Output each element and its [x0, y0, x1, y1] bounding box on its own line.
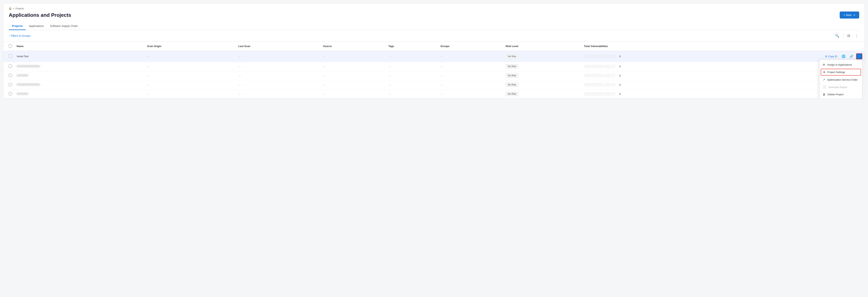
row-tags-cell: — [386, 51, 438, 62]
row-scan-origin-cell: — [145, 51, 236, 62]
risk-badge: No Risk [506, 64, 518, 69]
table-row: — — — — — No Risk 0 [3, 80, 865, 90]
table-row: Vered Test — — — — — No Risk [3, 51, 865, 62]
row-name-cell [14, 71, 145, 80]
context-menu-container: ⋮ ⊕ Assign to Applications [856, 53, 862, 59]
tab-software-supply-chain[interactable]: Software Supply Chain [47, 23, 81, 30]
row-checkbox[interactable] [9, 83, 12, 86]
col-total-vulnerabilities: Total Vulnerabilities [582, 42, 720, 51]
tab-projects[interactable]: Projects [9, 23, 26, 30]
optimization-label: Optimization Service Order [827, 78, 858, 81]
row-checkbox[interactable] [9, 92, 12, 95]
project-name-blurred [17, 93, 28, 95]
vuln-count: 0 [617, 74, 621, 77]
delete-project-item[interactable]: 🗑 Delete Project [819, 91, 862, 98]
projects-table: Name Scan Origin Last Scan ↓ Source Tags… [3, 42, 865, 99]
optimization-icon: ↗ [823, 78, 825, 81]
row-groups-cell: — [438, 51, 503, 62]
link-button[interactable]: 🔗 [848, 54, 855, 59]
col-checkbox [3, 42, 14, 51]
project-settings-item[interactable]: ⚙ Project Settings [821, 69, 861, 75]
groups-value: — [440, 55, 443, 58]
breadcrumb-projects[interactable]: Projects [16, 7, 24, 10]
row-name-cell: Vered Test [14, 51, 145, 62]
row-actions: ⧉ Copy ID 🌐 🔗 [722, 53, 862, 59]
row-checkbox[interactable] [9, 55, 12, 58]
globe-button[interactable]: 🌐 [840, 54, 847, 59]
risk-badge: No Risk [506, 82, 518, 87]
vulnerability-bar [584, 65, 615, 68]
row-checkbox-cell [3, 51, 14, 62]
row-checkbox-cell [3, 80, 14, 90]
copy-id-button[interactable]: ⧉ Copy ID [824, 54, 839, 59]
copy-icon: ⧉ [825, 55, 827, 58]
col-risk-level: Risk Level [503, 42, 582, 51]
col-groups: Groups [438, 42, 503, 51]
delete-icon: 🗑 [823, 93, 826, 96]
breadcrumb-sep: > [13, 7, 14, 10]
link-icon: 🔗 [849, 55, 854, 58]
generate-report-label: Generate Report [828, 86, 847, 89]
last-scan-value: — [238, 55, 241, 58]
row-checkbox[interactable] [9, 65, 12, 68]
table-header-row: Name Scan Origin Last Scan ↓ Source Tags… [3, 42, 865, 51]
risk-badge: No Risk [506, 73, 518, 78]
row-checkbox-cell [3, 90, 14, 99]
row-source-cell: — [321, 51, 386, 62]
col-scan-origin: Scan Origin [145, 42, 236, 51]
project-settings-label: Project Settings [827, 71, 845, 74]
delete-project-label: Delete Project [828, 93, 844, 96]
row-checkbox-cell [3, 71, 14, 80]
vulnerability-bar [584, 74, 615, 77]
select-all-checkbox[interactable] [9, 44, 12, 47]
context-menu: ⊕ Assign to Applications ⚙ Project Setti… [819, 60, 862, 99]
row-last-scan-cell: — [236, 51, 321, 62]
breadcrumb: 🏠 > Projects [9, 7, 859, 10]
globe-icon: 🌐 [842, 55, 845, 58]
page-title: Applications and Projects [9, 12, 71, 18]
vuln-count: 0 [617, 65, 621, 68]
tabs-row: Projects Applications Software Supply Ch… [9, 23, 859, 30]
project-name-blurred [17, 74, 28, 76]
vulnerability-bar [584, 92, 615, 96]
more-actions-button[interactable]: ⋮ [856, 53, 862, 59]
settings-icon: ⚙ [823, 71, 826, 74]
vuln-count: 0 [617, 55, 621, 58]
new-button[interactable]: + New ▼ [840, 11, 859, 19]
search-button[interactable]: 🔍 [834, 33, 840, 39]
report-icon: 📄 [823, 85, 827, 89]
tab-applications[interactable]: Applications [26, 23, 47, 30]
optimization-service-order-item[interactable]: ↗ Optimization Service Order [819, 76, 862, 84]
table-row: — — — — — No Risk 0 [3, 90, 865, 99]
project-name[interactable]: Vered Test [17, 55, 29, 58]
col-last-scan[interactable]: Last Scan ↓ [236, 42, 321, 51]
chevron-right-icon: › [9, 34, 9, 37]
copy-id-label: Copy ID [828, 55, 837, 58]
more-icon: ⋮ [858, 55, 861, 58]
vulnerability-bar [584, 83, 615, 87]
filters-label: Filters & Groups [11, 34, 30, 37]
filter-icon: ⊟ [847, 34, 850, 38]
filters-toggle[interactable]: › Filters & Groups [9, 34, 30, 37]
row-checkbox[interactable] [9, 74, 12, 77]
more-options-button[interactable]: ⋮ [854, 33, 859, 39]
divider [843, 34, 843, 38]
row-vuln-cell: 0 [582, 51, 720, 62]
row-name-cell [14, 62, 145, 71]
risk-badge: No Risk [506, 92, 518, 96]
more-options-icon: ⋮ [855, 34, 859, 38]
assign-to-applications-item[interactable]: ⊕ Assign to Applications [819, 61, 862, 68]
generate-report-item: 📄 Generate Report [819, 84, 862, 91]
filter-icon-button[interactable]: ⊟ [846, 33, 851, 39]
project-name-blurred [17, 65, 40, 67]
col-tags: Tags [386, 42, 438, 51]
search-icon: 🔍 [835, 34, 839, 38]
tags-value: — [388, 55, 391, 58]
vulnerability-bar [584, 55, 615, 58]
home-icon[interactable]: 🏠 [9, 7, 12, 10]
row-actions-cell: ⧉ Copy ID 🌐 🔗 [720, 51, 865, 62]
project-name-blurred [17, 84, 40, 86]
sort-icon: ↓ [252, 45, 253, 47]
assign-label: Assign to Applications [827, 63, 852, 66]
row-name-cell [14, 90, 145, 99]
